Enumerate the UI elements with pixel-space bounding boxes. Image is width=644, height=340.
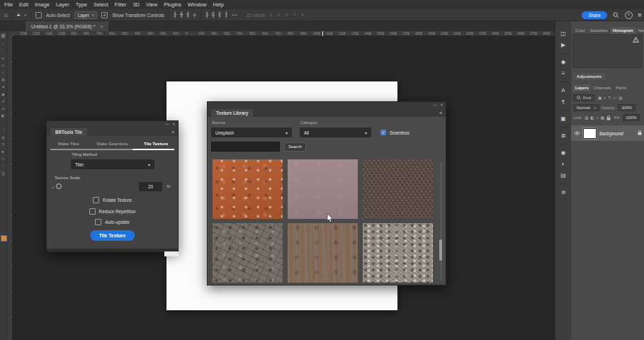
- tab-channels[interactable]: Channels: [592, 84, 614, 91]
- tab-make-seamless[interactable]: Make Seamless: [91, 141, 135, 146]
- align-top-icon[interactable]: ╤: [193, 12, 196, 18]
- resize-grip[interactable]: [164, 251, 179, 256]
- quick-select-tool-icon[interactable]: ▸: [2, 57, 4, 60]
- texture-thumbnail-silver-slag[interactable]: [363, 223, 433, 283]
- workspace-switcher-icon[interactable]: ▥: [638, 12, 641, 18]
- show-transform-checkbox[interactable]: ✓: [101, 12, 108, 18]
- tab-navigator[interactable]: Navigator: [636, 27, 644, 34]
- 3d-scale-icon[interactable]: ▸: [301, 12, 304, 18]
- brushes-panel-icon[interactable]: ◫: [560, 30, 566, 37]
- tool-preset-chevron-icon[interactable]: ▾: [25, 13, 27, 17]
- dodge-tool-icon[interactable]: ◔: [2, 128, 4, 132]
- menu-edit[interactable]: Edit: [19, 1, 28, 8]
- tile-texture-button[interactable]: Tile Texture: [90, 230, 135, 241]
- source-dropdown[interactable]: Unsplash ▾: [211, 128, 292, 137]
- texture-scale-slider-knob[interactable]: [56, 183, 62, 189]
- panel-title-tab[interactable]: Texture Library: [211, 109, 253, 118]
- texture-thumbnail-rust-streaked-metal[interactable]: [288, 223, 358, 283]
- layer-thumbnail[interactable]: [583, 128, 597, 139]
- window-titlebar[interactable]: — ×: [208, 102, 446, 108]
- scrollbar-track[interactable]: [440, 162, 442, 280]
- opacity-value[interactable]: 100%: [618, 104, 635, 111]
- vertical-ruler[interactable]: [7, 36, 13, 340]
- zoom-tool-icon[interactable]: Q: [2, 172, 5, 176]
- actions-panel-icon[interactable]: ▶: [561, 42, 565, 48]
- layer-row-background[interactable]: Background: [571, 125, 644, 141]
- horizontal-ruler[interactable]: 1300120011001000900800700600500400300200…: [13, 31, 555, 36]
- gradient-tool-icon[interactable]: ◧: [1, 114, 5, 118]
- tab-paths[interactable]: Paths: [614, 84, 628, 91]
- align-left-icon[interactable]: ╟: [174, 12, 176, 18]
- 3d-drag-icon[interactable]: ◇: [286, 12, 288, 18]
- lock-transparency-icon[interactable]: ▨: [584, 115, 588, 120]
- character-panel-icon[interactable]: A: [561, 87, 565, 94]
- marquee-tool-icon[interactable]: ▫: [3, 42, 4, 45]
- distribute-vertical-icon[interactable]: ║: [225, 12, 227, 18]
- panel-menu-icon[interactable]: ≡: [439, 110, 442, 115]
- minimize-icon[interactable]: —: [433, 102, 437, 108]
- menu-layer[interactable]: Layer: [56, 1, 69, 8]
- align-right-icon[interactable]: ╢: [186, 12, 189, 18]
- tab-swatches[interactable]: Swatches: [588, 27, 610, 34]
- menu-file[interactable]: File: [4, 1, 13, 8]
- tool-presets-panel-icon[interactable]: ≡: [562, 70, 565, 76]
- distribute-left-icon[interactable]: ╠: [205, 12, 208, 18]
- menu-window[interactable]: Window: [188, 1, 207, 8]
- auto-select-checkbox[interactable]: [35, 12, 42, 18]
- lock-icon[interactable]: [606, 115, 611, 120]
- glyphs-panel-icon[interactable]: ◐: [562, 161, 565, 167]
- 3d-slide-icon[interactable]: +: [293, 12, 296, 18]
- history-brush-tool-icon[interactable]: ↺: [1, 100, 4, 103]
- texture-thumbnail-orange-rust[interactable]: [213, 159, 283, 219]
- lock-paint-icon[interactable]: ◧: [590, 115, 594, 120]
- tab-make-tiles[interactable]: Make Tiles: [47, 141, 91, 146]
- menu-type[interactable]: Type: [76, 1, 87, 8]
- filter-type-layers-icon[interactable]: T: [609, 96, 611, 100]
- filter-kind-dropdown[interactable]: Kind: [573, 94, 594, 101]
- texture-thumbnail-diamond-plate[interactable]: [363, 159, 433, 219]
- window-titlebar[interactable]: — ×: [47, 121, 178, 127]
- align-center-horizontal-icon[interactable]: ╫: [180, 12, 183, 18]
- tab-tile-texture[interactable]: Tile Texture: [134, 141, 178, 146]
- menu-help[interactable]: Help: [213, 1, 223, 8]
- pen-tool-icon[interactable]: Δ: [2, 136, 4, 140]
- tab-color[interactable]: Color: [573, 27, 587, 34]
- lasso-tool-icon[interactable]: ○: [2, 49, 4, 52]
- menu-plugins[interactable]: Plugins: [164, 1, 181, 8]
- category-dropdown[interactable]: All ▾: [300, 128, 371, 137]
- scrollbar-thumb[interactable]: [439, 239, 442, 261]
- tab-layers[interactable]: Layers: [573, 84, 591, 91]
- menu-3d[interactable]: 3D: [132, 1, 140, 8]
- search-input[interactable]: [211, 142, 280, 152]
- tools-panel[interactable]: +▫○▸□∕◍●◉↺▭◧◦◔ΔT►□○Q: [0, 31, 7, 340]
- texture-thumbnail-cracked-stone[interactable]: [213, 223, 283, 283]
- paragraph-panel-icon[interactable]: ¶: [562, 98, 565, 105]
- brush-settings-panel-icon[interactable]: ◆: [561, 59, 565, 65]
- more-options-icon[interactable]: •••: [232, 13, 238, 17]
- filter-pixel-layers-icon[interactable]: ▣: [598, 96, 601, 100]
- document-tab[interactable]: Untitled-1 @ 33.3% (RGB/8) * ×: [26, 21, 108, 31]
- menu-filter[interactable]: Filter: [115, 1, 127, 8]
- minimize-icon[interactable]: —: [165, 121, 169, 127]
- filter-shape-layers-icon[interactable]: ▭: [613, 96, 616, 100]
- 3d-rotate-icon[interactable]: ↺: [269, 12, 272, 18]
- settings-icon[interactable]: ⊛: [561, 189, 566, 196]
- texture-scale-input[interactable]: 20: [139, 182, 162, 191]
- move-tool-icon[interactable]: +: [17, 12, 21, 18]
- close-icon[interactable]: ×: [441, 102, 443, 108]
- menu-image[interactable]: Image: [35, 1, 50, 8]
- home-icon[interactable]: ⌂: [4, 12, 8, 18]
- move-tool-icon[interactable]: +: [1, 33, 6, 38]
- hand-tool-icon[interactable]: ○: [2, 164, 4, 168]
- eyedropper-tool-icon[interactable]: ∕: [3, 71, 4, 74]
- auto-select-target-dropdown[interactable]: Layer ▾: [74, 11, 98, 19]
- tiling-method-dropdown[interactable]: Tiler ▾: [71, 159, 154, 169]
- texture-thumbnail-mauve-plaster[interactable]: [288, 159, 358, 219]
- filter-adjustment-layers-icon[interactable]: ◐: [604, 96, 606, 100]
- layer-comps-panel-icon[interactable]: ▤: [560, 172, 566, 178]
- rotate-texture-checkbox[interactable]: [93, 197, 99, 203]
- libraries-panel-icon[interactable]: ▣: [560, 115, 566, 122]
- warning-icon[interactable]: [633, 37, 639, 42]
- tab-histogram[interactable]: Histogram: [611, 27, 635, 34]
- distribute-right-icon[interactable]: ╣: [218, 12, 221, 18]
